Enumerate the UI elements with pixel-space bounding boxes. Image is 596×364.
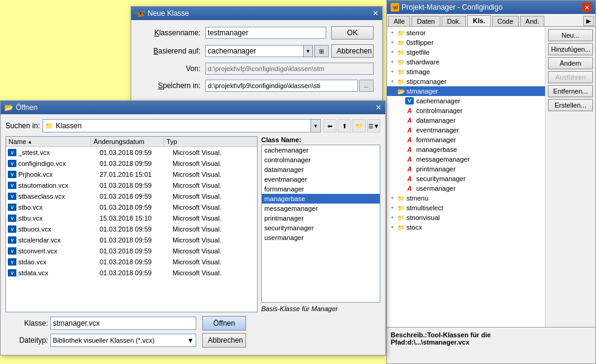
expand-stmenu[interactable]: + — [388, 194, 397, 202]
class-item[interactable]: cachemanager — [262, 145, 380, 155]
abbrechen-oeffnen-btn[interactable]: Abbrechen — [202, 333, 246, 348]
file-row[interactable]: V stbo.vcx 01.03.2018 09:59 Microsoft Vi… — [6, 202, 257, 213]
oeffnen-btn[interactable]: Öffnen — [202, 316, 246, 331]
tree-child-messagemanager[interactable]: A messagemanager — [396, 154, 545, 164]
class-item[interactable]: messagemanager — [262, 204, 380, 213]
tab-more[interactable]: ▶ — [583, 16, 594, 26]
tree-item-stgetfile[interactable]: + 📁 stgetfile — [387, 47, 545, 57]
klassenname-input[interactable] — [205, 27, 326, 39]
expand-stgetfile[interactable]: + — [388, 48, 397, 57]
file-row[interactable]: V Prjhook.vcx 27.01.2016 15:01 Microsoft… — [6, 169, 257, 180]
basierend-browse-btn[interactable]: ⊞ — [314, 45, 329, 57]
tree-item-stnonvisual[interactable]: + 📁 stnonvisual — [387, 213, 545, 222]
expand-stocx[interactable]: + — [388, 223, 397, 232]
class-item[interactable]: usermanager — [262, 233, 380, 242]
tree-item-stimage[interactable]: + 📁 stimage — [387, 67, 545, 77]
tree-item-stmanager[interactable]: − 📂 stmanager — [387, 86, 545, 96]
tree-item-stipcmanager[interactable]: + 📁 stipcmanager — [387, 77, 545, 86]
file-type: Microsoft Visual. — [170, 225, 257, 233]
tree-item-0stflipper[interactable]: + 📁 0stflipper — [387, 38, 545, 47]
tree-child-datamanager[interactable]: A datamanager — [396, 115, 545, 125]
dateityp-combo[interactable]: Bibliothek visueller Klassen (*.vcx) ▼ — [50, 334, 196, 347]
tree-label-formmanager: formmanager — [416, 136, 456, 143]
tree-child-usermanager[interactable]: A usermanager — [396, 184, 545, 193]
tree-child-formmanager[interactable]: A formmanager — [396, 135, 545, 145]
tree-child-securitymanager[interactable]: A securitymanager — [396, 174, 545, 184]
tree-child-managerbase[interactable]: A managerbase — [396, 145, 545, 154]
neu-button[interactable]: Neu... — [548, 29, 593, 41]
abbrechen-button[interactable]: Abbrechen — [331, 44, 374, 58]
ausfuehren-button[interactable]: Ausführen — [548, 71, 593, 83]
file-row[interactable]: V stautomation.vcx 01.03.2018 09:59 Micr… — [6, 180, 257, 191]
projekt-manager-window: 🦋 Projekt-Manager - Configindigo ✕ Alle … — [386, 0, 596, 364]
tab-code[interactable]: Code — [492, 16, 519, 26]
tab-dok[interactable]: Dok. — [442, 16, 467, 26]
expand-sthardware[interactable]: + — [388, 58, 397, 66]
tree-child-cachemanager[interactable]: V cachemanager — [396, 96, 545, 106]
file-row[interactable]: V stdata.vcx 01.03.2018 09:59 Microsoft … — [6, 267, 257, 278]
class-item[interactable]: eventmanager — [262, 174, 380, 184]
class-item[interactable]: managerbase — [262, 194, 380, 204]
expand-sterror[interactable]: + — [388, 29, 397, 37]
ok-button[interactable]: OK — [331, 26, 374, 39]
tab-and[interactable]: And. — [520, 16, 545, 26]
file-row[interactable]: V stbuoci.vcx 01.03.2018 09:59 Microsoft… — [6, 224, 257, 235]
expand-stmanager[interactable]: − — [388, 87, 397, 95]
file-row[interactable]: V stbu.vcx 15.03.2018 15:10 Microsoft Vi… — [6, 213, 257, 224]
tree-label-securitymanager: securitymanager — [416, 175, 465, 182]
aendern-button[interactable]: Ändern — [548, 57, 593, 69]
tree-label-stgetfile: stgetfile — [406, 49, 430, 56]
tree-item-stocx[interactable]: + 📁 stocx — [387, 222, 545, 232]
tree-item-stmultiselect[interactable]: + 📁 stmultiselect — [387, 203, 545, 213]
expand-stipcmanager[interactable]: + — [388, 77, 397, 86]
entfernen-button[interactable]: Entfernen... — [548, 85, 593, 97]
expand-stimage[interactable]: + — [388, 67, 397, 76]
hinzufuegen-button[interactable]: Hinzufügen... — [548, 43, 593, 55]
file-row[interactable]: V configindigo.vcx 01.03.2018 09:59 Micr… — [6, 158, 257, 169]
tree-child-controlmanager[interactable]: A controlmanager — [396, 106, 545, 115]
alpha-icon-eventmanager: A — [405, 126, 414, 134]
toolbar-view-btn[interactable]: ☰▼ — [367, 119, 380, 132]
class-item[interactable]: printmanager — [262, 213, 380, 223]
file-row[interactable]: V stcalendar.vcx 01.03.2018 09:59 Micros… — [6, 235, 257, 246]
neue-klasse-title: Neue Klasse — [148, 9, 189, 18]
file-row[interactable]: V stconvert.vcx 01.03.2018 09:59 Microso… — [6, 246, 257, 256]
toolbar-up-btn[interactable]: ⬆ — [338, 119, 351, 132]
basierend-dropdown-btn[interactable]: ▼ — [303, 45, 313, 57]
file-name: stbo.vcx — [18, 204, 97, 211]
tab-kls[interactable]: Kls. — [467, 15, 490, 26]
file-row[interactable]: V _sttest.vcx 01.03.2018 09:59 Microsoft… — [6, 147, 257, 158]
toolbar-back-btn[interactable]: ⬅ — [323, 119, 337, 132]
file-row[interactable]: V stdao.vcx 01.03.2018 09:59 Microsoft V… — [6, 256, 257, 267]
tree-item-stmenu[interactable]: + 📁 stmenu — [387, 193, 545, 203]
vcx-icon: V — [7, 180, 17, 190]
tree-item-sterror[interactable]: + 📁 sterror — [387, 28, 545, 38]
tab-alle[interactable]: Alle — [388, 16, 410, 26]
basierend-input[interactable] — [205, 45, 303, 57]
tree-child-printmanager[interactable]: A printmanager — [396, 164, 545, 174]
speichern-browse-btn[interactable]: ... — [359, 80, 374, 92]
toolbar-new-folder-btn[interactable]: 📁 — [352, 119, 366, 132]
speichern-input[interactable] — [205, 80, 358, 92]
tree-item-sthardware[interactable]: + 📁 sthardware — [387, 57, 545, 67]
suchen-input[interactable]: 📁 Klassen — [43, 119, 311, 132]
suchen-dropdown-btn[interactable]: ▼ — [311, 119, 321, 132]
file-name: _sttest.vcx — [18, 149, 97, 156]
class-item[interactable]: securitymanager — [262, 223, 380, 233]
oeffnen-close-btn[interactable]: ✕ — [375, 103, 382, 112]
class-item[interactable]: datamanager — [262, 165, 380, 174]
class-item[interactable]: controlmanager — [262, 155, 380, 165]
erstellen-button[interactable]: Erstellen... — [548, 99, 593, 111]
expand-stmultiselect[interactable]: + — [388, 204, 397, 212]
expand-stnonvisual[interactable]: + — [388, 213, 397, 222]
neue-klasse-body: Klassenname: OK Basierend auf: ▼ ⊞ Abbre… — [131, 20, 382, 103]
klasse-input[interactable] — [50, 317, 196, 330]
pm-close-button[interactable]: ✕ — [582, 2, 592, 12]
tab-daten[interactable]: Daten — [411, 16, 440, 26]
neue-klasse-close[interactable]: ✕ — [372, 9, 378, 18]
class-item[interactable]: formmanager — [262, 184, 380, 194]
class-panel: Class Name: cachemanagercontrolmanagerda… — [261, 136, 380, 312]
file-row[interactable]: V stbaseclass.vcx 01.03.2018 09:59 Micro… — [6, 191, 257, 202]
expand-0stflipper[interactable]: + — [388, 38, 397, 47]
tree-child-eventmanager[interactable]: A eventmanager — [396, 125, 545, 135]
